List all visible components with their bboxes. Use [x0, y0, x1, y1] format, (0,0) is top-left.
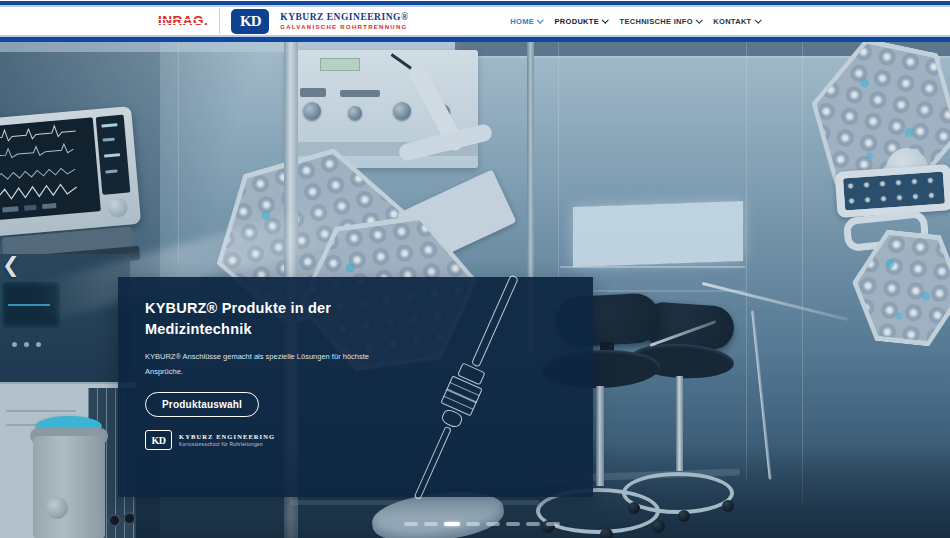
line-art-tube — [471, 274, 519, 367]
card-logo-tagline: Korrosionsschutz für Rohrleitungen — [179, 442, 275, 447]
ecg-waveform — [0, 117, 101, 220]
stool-caster — [678, 510, 690, 522]
main-nav: HOME PRODUKTE TECHNISCHE INFO KONTAKT — [510, 0, 760, 42]
vaporizer-knob — [46, 497, 68, 519]
hero-slide-medical: KYBURZ® Produkte in der Medizintechnik K… — [0, 42, 950, 538]
carousel-prev-arrow[interactable]: ❮ — [2, 254, 20, 275]
nav-item-home[interactable]: HOME — [510, 17, 542, 26]
equipment-knob — [393, 102, 411, 120]
card-logo-name: KYBURZ ENGINEERING — [179, 433, 275, 440]
nav-item-technische-info[interactable]: TECHNISCHE INFO — [620, 17, 702, 26]
flowmeter-knob — [123, 512, 136, 525]
glass-wall-panel — [573, 201, 743, 267]
kyburz-tagline: GALVANISCHE ROHRTRENNUNG — [280, 24, 408, 30]
site-header: INRAG. KD KYBURZ ENGINEERING® GALVANISCH… — [0, 0, 950, 42]
patient-monitor — [0, 106, 149, 277]
control-screen — [843, 172, 945, 211]
stool-caster — [600, 528, 613, 538]
logo-divider — [219, 8, 220, 34]
carousel-indicators — [404, 522, 560, 526]
cabinet-slot — [6, 410, 76, 412]
wall-seam — [178, 42, 179, 262]
carousel-indicator[interactable] — [506, 522, 520, 526]
light-control-panel — [835, 164, 950, 218]
rack-button — [12, 342, 17, 347]
rack-button — [24, 342, 29, 347]
rack-button — [36, 342, 41, 347]
stool-cylinder — [676, 376, 683, 471]
chevron-down-icon — [696, 16, 702, 22]
equipment-slot — [300, 88, 326, 97]
monitor-screen — [0, 117, 101, 220]
equipment-knob — [303, 102, 321, 120]
kd-logo-icon: KD — [231, 9, 269, 34]
chevron-down-icon — [755, 16, 761, 22]
vaporizer-body — [33, 436, 105, 538]
kyburz-wordmark: KYBURZ ENGINEERING® — [280, 12, 408, 22]
hero-subtitle: KYBURZ® Anschlüsse gemacht als spezielle… — [145, 350, 373, 379]
wall-rail — [560, 266, 745, 268]
carousel-indicator[interactable] — [444, 522, 460, 526]
stool-cylinder — [596, 386, 604, 486]
kyburz-website: KYBURZ® Produkte in der Medizintechnik K… — [0, 0, 950, 538]
stool-caster — [652, 520, 665, 533]
carousel-indicator[interactable] — [424, 522, 438, 526]
chevron-down-icon — [537, 16, 543, 22]
line-art-tube — [414, 426, 452, 500]
flowmeter-knob — [108, 514, 121, 527]
carousel-indicator[interactable] — [404, 522, 418, 526]
inrag-logo: INRAG. — [158, 14, 208, 28]
carousel-indicator[interactable] — [546, 522, 560, 526]
product-selection-button[interactable]: Produktauswahl — [145, 392, 259, 417]
hero-title: KYBURZ® Produkte in der Medizintechnik — [145, 298, 390, 339]
header-logo-link[interactable]: INRAG. KD KYBURZ ENGINEERING® GALVANISCH… — [158, 6, 409, 36]
carousel-indicator[interactable] — [466, 522, 480, 526]
carousel-indicator[interactable] — [526, 522, 540, 526]
wall-seam — [802, 42, 803, 502]
equipment-slot — [340, 90, 380, 97]
equipment-label — [320, 58, 360, 71]
nav-item-kontakt[interactable]: KONTAKT — [713, 17, 760, 26]
wall-seam — [746, 42, 747, 482]
equipment-knob — [348, 106, 362, 120]
chevron-down-icon — [602, 16, 608, 22]
stool-caster — [722, 500, 734, 512]
nav-item-produkte[interactable]: PRODUKTE — [555, 17, 608, 26]
kd-monogram-icon: KD — [145, 430, 172, 450]
carousel-indicator[interactable] — [486, 522, 500, 526]
